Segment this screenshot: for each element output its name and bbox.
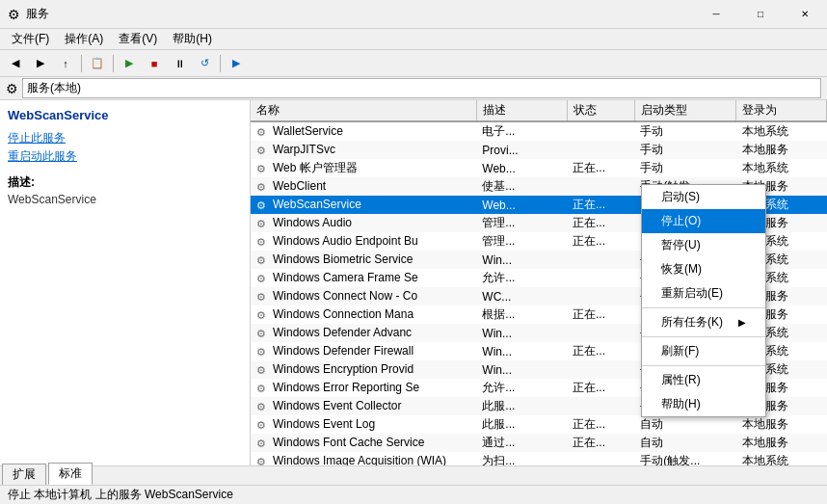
menu-action[interactable]: 操作(A) [57, 29, 111, 49]
service-login-cell: 本地服务 [736, 434, 827, 452]
service-desc-cell: Win... [476, 251, 567, 269]
context-menu-item-2[interactable]: 暂停(U) [642, 233, 765, 257]
service-name-cell: Windows Camera Frame Se [251, 269, 476, 287]
address-bar: ⚙ 服务(本地) [0, 77, 827, 100]
menu-file[interactable]: 文件(F) [4, 29, 57, 49]
service-status-cell [567, 287, 634, 305]
context-menu-item-6[interactable]: 刷新(F) [642, 339, 765, 363]
context-menu-item-8[interactable]: 帮助(H) [642, 392, 765, 416]
context-menu-item-7[interactable]: 属性(R) [642, 368, 765, 392]
service-login-cell: 本地系统 [736, 452, 827, 465]
service-status-cell: 正在... [567, 232, 634, 251]
app-window: ⚙ 服务 ─ □ ✕ 文件(F) 操作(A) 查看(V) 帮助(H) ◀ ▶ ↑… [0, 0, 827, 504]
context-menu-label: 重新启动(E) [661, 285, 723, 302]
toolbar-pause[interactable]: ⏸ [168, 53, 191, 74]
service-icon [256, 290, 270, 304]
toolbar-stop[interactable]: ■ [143, 53, 166, 74]
col-name: 名称 [251, 100, 476, 121]
service-desc-cell: 为扫... [476, 452, 567, 465]
services-icon: ⚙ [6, 81, 18, 96]
toolbar-up[interactable]: ↑ [54, 53, 77, 74]
toolbar-show-hide[interactable]: 📋 [86, 53, 109, 74]
service-name-cell: WebScanService [251, 196, 476, 214]
table-row[interactable]: Web 帐户管理器Web...正在...手动本地系统 [251, 159, 827, 177]
toolbar-extra[interactable]: ▶ [225, 53, 248, 74]
menu-help[interactable]: 帮助(H) [165, 29, 220, 49]
maximize-button[interactable]: □ [738, 0, 783, 29]
close-button[interactable]: ✕ [783, 0, 827, 29]
context-menu-label: 属性(R) [661, 372, 701, 388]
toolbar-back[interactable]: ◀ [4, 53, 27, 74]
right-panel: 名称 描述 状态 启动类型 登录为 WalletService电子...手动本地… [251, 100, 827, 465]
context-menu-item-1[interactable]: 停止(O) [642, 209, 765, 233]
service-status-cell [567, 251, 634, 269]
service-desc-cell: Provi... [476, 141, 567, 159]
restart-service-link[interactable]: 重启动此服务 [8, 148, 242, 165]
service-name-cell: Windows Event Collector [251, 397, 476, 415]
service-name-cell: Windows Biometric Service [251, 251, 476, 269]
service-status-cell: 正在... [567, 342, 634, 360]
minimize-button[interactable]: ─ [694, 0, 738, 29]
service-icon [256, 235, 270, 249]
table-row[interactable]: Windows Image Acquisition (WIA)为扫...手动(触… [251, 452, 827, 465]
table-row[interactable]: WarpJITSvcProvi...手动本地服务 [251, 141, 827, 159]
context-menu-label: 启动(S) [661, 189, 700, 205]
context-menu-separator [642, 307, 765, 308]
service-startup-cell: 手动(触发... [634, 452, 735, 465]
service-name-cell: Windows Encryption Provid [251, 360, 476, 379]
service-desc-cell: 此服... [476, 415, 567, 434]
service-name-cell: Windows Event Log [251, 415, 476, 434]
service-desc-cell: 允许... [476, 269, 567, 287]
table-row[interactable]: WalletService电子...手动本地系统 [251, 121, 827, 141]
table-row[interactable]: Windows Event Log此服...正在...自动本地服务 [251, 415, 827, 434]
toolbar-sep-1 [81, 55, 82, 72]
service-icon [256, 125, 270, 139]
context-menu-label: 停止(O) [661, 213, 701, 229]
service-name-cell: Web 帐户管理器 [251, 159, 476, 177]
status-text: 停止 本地计算机 上的服务 WebScanService [8, 487, 233, 503]
service-icon [256, 199, 270, 212]
toolbar-forward[interactable]: ▶ [29, 53, 52, 74]
service-startup-cell: 自动 [634, 415, 735, 434]
tab-standard[interactable]: 标准 [48, 463, 93, 485]
service-name-cell: Windows Audio [251, 214, 476, 232]
tab-expand[interactable]: 扩展 [2, 464, 46, 485]
service-desc-cell: Win... [476, 342, 567, 360]
context-menu-item-0[interactable]: 启动(S) [642, 185, 765, 209]
service-name-cell: Windows Audio Endpoint Bu [251, 232, 476, 251]
service-icon [256, 363, 270, 377]
stop-service-link[interactable]: 停止此服务 [8, 130, 242, 146]
context-menu-item-4[interactable]: 重新启动(E) [642, 281, 765, 305]
service-desc-cell: WC... [476, 287, 567, 305]
service-icon [256, 455, 270, 465]
left-panel-title: WebScanService [8, 108, 242, 122]
service-icon [256, 144, 270, 157]
address-value: 服务(本地) [22, 78, 821, 98]
service-icon [256, 253, 270, 267]
service-status-cell [567, 324, 634, 342]
service-login-cell: 本地服务 [736, 415, 827, 434]
context-menu-label: 暂停(U) [661, 237, 701, 253]
toolbar-play[interactable]: ▶ [118, 53, 141, 74]
service-name-cell: WarpJITSvc [251, 141, 476, 159]
service-login-cell: 本地系统 [736, 121, 827, 141]
service-login-cell: 本地服务 [736, 141, 827, 159]
service-desc-cell: 电子... [476, 121, 567, 141]
service-desc-cell: Win... [476, 360, 567, 379]
service-status-cell [567, 177, 634, 196]
table-row[interactable]: Windows Font Cache Service通过...正在...自动本地… [251, 434, 827, 452]
menu-view[interactable]: 查看(V) [111, 29, 165, 49]
col-desc: 描述 [476, 100, 567, 121]
service-desc-cell: 允许... [476, 379, 567, 397]
service-name-cell: WalletService [251, 121, 476, 141]
service-startup-cell: 手动 [634, 159, 735, 177]
service-icon [256, 162, 270, 175]
context-menu-item-3[interactable]: 恢复(M) [642, 257, 765, 281]
toolbar-restart[interactable]: ↺ [193, 53, 216, 74]
service-icon [256, 400, 270, 413]
service-name-cell: Windows Defender Advanc [251, 324, 476, 342]
context-menu-label: 刷新(F) [661, 343, 699, 359]
context-menu-item-5[interactable]: 所有任务(K)▶ [642, 310, 765, 334]
col-login: 登录为 [736, 100, 827, 121]
service-status-cell: 正在... [567, 159, 634, 177]
